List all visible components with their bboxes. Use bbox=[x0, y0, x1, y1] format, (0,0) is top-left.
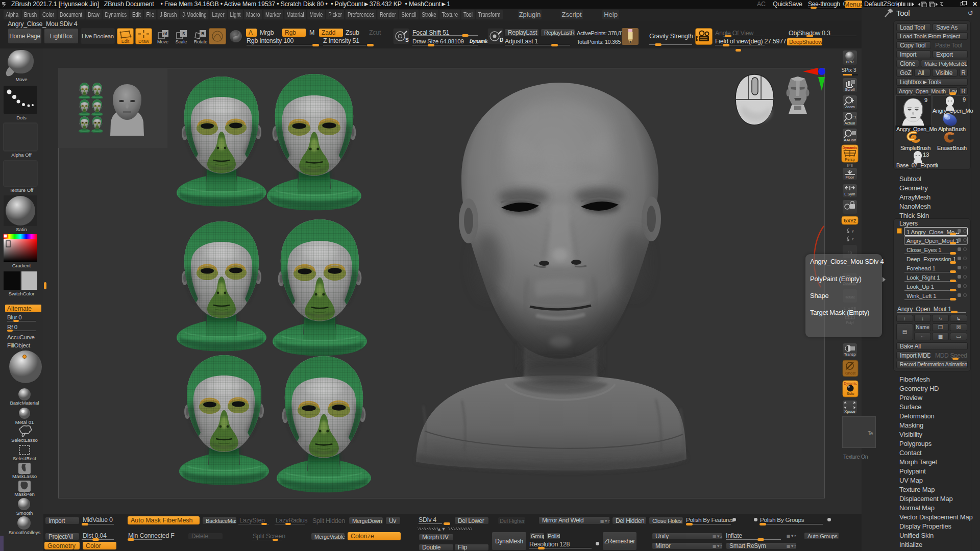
svg-text:AAHalf: AAHalf bbox=[844, 138, 856, 142]
svg-text:R: R bbox=[201, 31, 205, 36]
svg-text:SelectRect: SelectRect bbox=[13, 456, 36, 461]
svg-text:9: 9 bbox=[963, 96, 966, 103]
svg-text:Dynamic: Dynamic bbox=[842, 146, 857, 150]
svg-text:S: S bbox=[405, 37, 409, 43]
svg-text:y: y bbox=[852, 229, 854, 233]
svg-text:z: z bbox=[852, 237, 854, 241]
svg-text:Zoom: Zoom bbox=[845, 105, 854, 109]
svg-text:M: M bbox=[163, 31, 167, 36]
svg-text:SwitchColor: SwitchColor bbox=[9, 291, 35, 296]
svg-text:MaskPen: MaskPen bbox=[14, 491, 35, 497]
svg-text:Scroll: Scroll bbox=[845, 87, 855, 92]
svg-text:BPR: BPR bbox=[846, 60, 854, 64]
svg-text:Ghost: Ghost bbox=[845, 371, 856, 375]
svg-text:▮Y▮: ▮Y▮ bbox=[847, 163, 853, 167]
svg-text:Satin: Satin bbox=[16, 227, 27, 232]
svg-text:Draw: Draw bbox=[138, 39, 150, 44]
svg-text:Actual: Actual bbox=[845, 121, 855, 126]
svg-text::1: :1 bbox=[853, 115, 856, 119]
svg-text:↻XYZ: ↻XYZ bbox=[843, 218, 856, 223]
svg-text:L.Sym: L.Sym bbox=[844, 192, 855, 196]
svg-text:SmoothValleys: SmoothValleys bbox=[9, 530, 41, 535]
svg-text:SPix 3: SPix 3 bbox=[842, 67, 856, 73]
svg-text:Gradient: Gradient bbox=[12, 263, 31, 268]
svg-text:9: 9 bbox=[924, 97, 927, 103]
svg-text:MaskLasso: MaskLasso bbox=[12, 473, 37, 479]
svg-text:Floor: Floor bbox=[845, 175, 854, 180]
svg-text:Texture Off: Texture Off bbox=[10, 187, 34, 193]
svg-text:SelectLasso: SelectLasso bbox=[11, 437, 38, 443]
svg-text:Alpha Off: Alpha Off bbox=[11, 152, 32, 158]
svg-text:Transp: Transp bbox=[844, 352, 855, 357]
svg-text:Xpose: Xpose bbox=[844, 409, 855, 414]
svg-text:Move: Move bbox=[15, 77, 27, 82]
svg-text:BasicMaterial: BasicMaterial bbox=[10, 400, 39, 406]
svg-text:Scale: Scale bbox=[176, 39, 187, 44]
svg-text:Solo: Solo bbox=[846, 391, 854, 396]
svg-text:D: D bbox=[500, 37, 503, 43]
svg-text:Edit: Edit bbox=[121, 39, 130, 44]
svg-text:Persp: Persp bbox=[845, 157, 855, 162]
svg-text:Rotate: Rotate bbox=[194, 39, 208, 44]
svg-text:Metal 01: Metal 01 bbox=[15, 419, 34, 425]
svg-text:Move: Move bbox=[157, 39, 168, 44]
svg-text:Dots: Dots bbox=[16, 115, 27, 120]
svg-text:Smooth: Smooth bbox=[16, 510, 33, 516]
